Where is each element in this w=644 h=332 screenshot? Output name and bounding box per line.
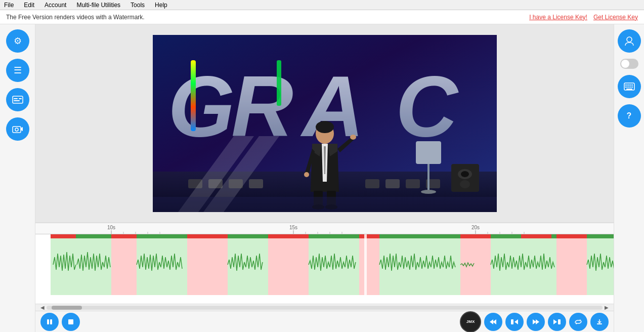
svg-rect-72 xyxy=(460,238,491,295)
menu-file[interactable]: File xyxy=(2,1,16,10)
ruler-svg: 10s 15s xyxy=(51,223,614,234)
svg-rect-104 xyxy=(597,323,602,324)
free-notice: The Free Version renders videos with a W… xyxy=(6,14,145,21)
svg-text:A: A xyxy=(300,58,364,154)
svg-rect-82 xyxy=(76,234,111,238)
stage-scene-svg: G R A C xyxy=(153,35,497,212)
camera-button[interactable] xyxy=(6,117,29,141)
svg-rect-85 xyxy=(309,234,359,238)
back-fast-button[interactable] xyxy=(505,313,524,331)
center-content: G R A C xyxy=(35,24,614,332)
svg-text:10s: 10s xyxy=(107,225,115,230)
svg-rect-19 xyxy=(365,179,379,188)
svg-rect-114 xyxy=(631,87,633,88)
svg-rect-1 xyxy=(14,98,18,99)
svg-point-33 xyxy=(316,121,334,133)
forward-fast-button[interactable] xyxy=(548,313,566,331)
svg-rect-80 xyxy=(521,234,551,238)
svg-rect-115 xyxy=(626,89,632,90)
stop-button[interactable] xyxy=(62,313,80,331)
svg-rect-25 xyxy=(416,141,441,164)
svg-rect-3 xyxy=(14,100,20,101)
menubar: File Edit Account Multi-file Utilities T… xyxy=(0,0,644,10)
svg-rect-83 xyxy=(137,234,187,238)
svg-text:15s: 15s xyxy=(289,225,297,230)
subtitles-button[interactable] xyxy=(6,88,29,111)
svg-point-31 xyxy=(460,180,470,188)
scrollbar-area: ◀ ▶ xyxy=(35,304,614,311)
menu-account[interactable]: Account xyxy=(42,1,68,10)
svg-rect-81 xyxy=(556,234,587,238)
svg-rect-61 xyxy=(51,238,111,295)
license-key-link[interactable]: I have a License Key! xyxy=(529,14,587,21)
svg-rect-40 xyxy=(153,197,497,212)
timeline-area: 10s 15s xyxy=(35,222,614,311)
forward-skip-button[interactable] xyxy=(527,313,545,331)
time-ruler: 10s 15s xyxy=(35,223,614,234)
svg-rect-92 xyxy=(50,319,52,324)
svg-rect-21 xyxy=(406,179,420,188)
svg-rect-20 xyxy=(385,179,400,188)
left-sidebar: ⚙ ☰ xyxy=(0,24,35,332)
svg-point-6 xyxy=(15,128,18,131)
svg-rect-62 xyxy=(137,238,187,295)
help-button[interactable]: ? xyxy=(618,104,641,128)
menu-multifile[interactable]: Multi-file Utilities xyxy=(74,1,122,10)
waveform-svg xyxy=(51,234,614,295)
pause-button[interactable] xyxy=(40,313,59,331)
svg-rect-75 xyxy=(111,234,137,238)
svg-rect-110 xyxy=(631,85,633,86)
scrollbar-track[interactable] xyxy=(47,306,603,310)
svg-rect-64 xyxy=(309,238,359,295)
scroll-left-arrow[interactable]: ◀ xyxy=(38,304,47,311)
svg-rect-91 xyxy=(47,319,49,324)
svg-rect-68 xyxy=(111,238,137,295)
svg-rect-18 xyxy=(249,179,263,188)
svg-point-35 xyxy=(304,172,309,177)
svg-rect-89 xyxy=(587,234,614,238)
user-button[interactable] xyxy=(618,29,641,53)
svg-rect-87 xyxy=(491,234,521,238)
svg-text:G: G xyxy=(168,58,235,154)
svg-rect-70 xyxy=(268,238,309,295)
svg-marker-98 xyxy=(533,319,536,324)
svg-rect-93 xyxy=(68,319,73,324)
playback-controls-left xyxy=(40,313,80,331)
svg-rect-84 xyxy=(228,234,268,238)
back-skip-button[interactable] xyxy=(484,313,502,331)
menu-help[interactable]: Help xyxy=(153,1,169,10)
toggle-switch[interactable] xyxy=(620,59,638,69)
svg-rect-88 xyxy=(551,234,556,238)
settings-button[interactable]: ⚙ xyxy=(6,29,29,53)
video-area: G R A C xyxy=(35,24,614,222)
svg-rect-76 xyxy=(187,234,228,238)
svg-rect-10 xyxy=(191,60,196,131)
svg-rect-12 xyxy=(277,60,281,106)
svg-rect-109 xyxy=(629,85,631,86)
waveform-track[interactable] xyxy=(35,234,614,304)
loop-button[interactable] xyxy=(569,313,587,331)
logo-button[interactable]: JMX xyxy=(460,311,481,333)
svg-rect-86 xyxy=(379,234,460,238)
get-license-link[interactable]: Get License Key xyxy=(593,14,638,21)
svg-rect-74 xyxy=(51,234,76,238)
svg-marker-99 xyxy=(536,319,539,324)
svg-rect-108 xyxy=(627,85,629,86)
menu-edit[interactable]: Edit xyxy=(22,1,36,10)
svg-rect-26 xyxy=(427,164,430,192)
keyboard-button[interactable] xyxy=(618,75,641,98)
scrollbar-thumb[interactable] xyxy=(52,306,82,310)
list-button[interactable]: ☰ xyxy=(6,59,29,82)
scroll-right-arrow[interactable]: ▶ xyxy=(603,304,611,311)
svg-text:20s: 20s xyxy=(471,225,480,230)
export-button[interactable] xyxy=(590,313,609,331)
licensebar: The Free Version renders videos with a W… xyxy=(0,10,644,24)
playback-controls-right: JMX xyxy=(460,311,609,333)
svg-rect-78 xyxy=(359,234,379,238)
svg-rect-113 xyxy=(629,87,631,88)
svg-rect-111 xyxy=(625,87,627,88)
svg-point-27 xyxy=(421,190,436,194)
menu-tools[interactable]: Tools xyxy=(128,1,147,10)
svg-rect-4 xyxy=(13,127,21,133)
svg-marker-100 xyxy=(553,319,557,324)
